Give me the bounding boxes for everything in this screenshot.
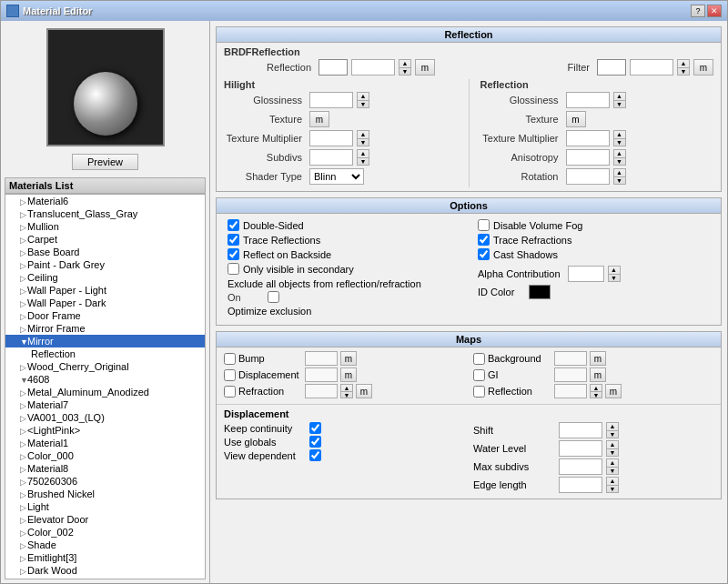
close-button[interactable]: ✕	[707, 5, 722, 17]
id-color-box[interactable]	[529, 285, 551, 299]
on-check[interactable]	[268, 291, 279, 303]
refl-glossiness-input[interactable]: 1.0	[566, 92, 610, 108]
water-level-input[interactable]: 0.0	[559, 440, 602, 457]
double-sided-check[interactable]	[228, 219, 239, 231]
mat-item-24[interactable]: ▷ Brushed Nickel	[5, 488, 205, 500]
bump-check[interactable]	[224, 353, 236, 365]
edge-length-spin[interactable]: ▲▼	[606, 477, 619, 493]
mat-item-16[interactable]: ▷ Metal_Aluminum_Anodized	[5, 386, 205, 398]
subdivs-spin[interactable]: ▲▼	[357, 149, 369, 166]
mat-item-19[interactable]: ▷ <LightPink>	[5, 424, 205, 437]
refraction-value[interactable]: 1.0	[305, 384, 338, 398]
maps-reflection-check[interactable]	[473, 386, 485, 398]
water-level-spin[interactable]: ▲▼	[606, 440, 619, 457]
rotation-spin[interactable]: ▲▼	[613, 168, 626, 185]
mat-item-12[interactable]: ▼ Mirror	[5, 335, 205, 347]
background-m[interactable]: m	[590, 351, 606, 366]
mat-item-25[interactable]: ▷ Light	[5, 500, 205, 513]
filter-color[interactable]	[597, 59, 626, 76]
displacement-check[interactable]	[224, 369, 236, 381]
refl-texmul-spin[interactable]: ▲▼	[613, 130, 626, 146]
hilight-texmul-spin[interactable]: ▲▼	[357, 130, 369, 146]
reflection-m-btn[interactable]: m	[415, 59, 435, 76]
refraction-m[interactable]: m	[356, 384, 372, 398]
shift-spin[interactable]: ▲▼	[606, 422, 619, 438]
mat-item-4[interactable]: ▷ Carpet	[5, 233, 205, 246]
alpha-spin[interactable]: ▲▼	[608, 266, 621, 282]
mat-item-23[interactable]: ▷ 750260306	[5, 475, 205, 488]
hilight-texture-m[interactable]: m	[309, 111, 329, 127]
filter-spin[interactable]: ▲▼	[677, 59, 690, 76]
gi-check[interactable]	[473, 369, 485, 381]
spin-down[interactable]: ▼	[399, 68, 410, 76]
shift-input[interactable]: 0.0	[559, 422, 602, 438]
mat-item-22[interactable]: ▷ Material8	[5, 462, 205, 475]
mat-item-14[interactable]: ▷ Wood_Cherry_Original	[5, 360, 205, 373]
displacement-m[interactable]: m	[340, 368, 357, 382]
spin-up[interactable]: ▲	[678, 60, 689, 68]
refraction-spin[interactable]: ▲▼	[340, 384, 353, 398]
only-visible-check[interactable]	[228, 263, 239, 275]
background-check[interactable]	[473, 353, 485, 365]
spin-up[interactable]: ▲	[399, 60, 410, 68]
mat-item-28[interactable]: ▷ Shade	[5, 539, 205, 551]
bump-m[interactable]: m	[340, 351, 357, 366]
refl-glossiness-spin[interactable]: ▲▼	[613, 92, 626, 108]
edge-length-input[interactable]: 4.0	[559, 477, 602, 493]
mat-item-10[interactable]: ▷ Door Frame	[5, 309, 205, 322]
reflect-backside-check[interactable]	[228, 248, 239, 260]
mat-item-8[interactable]: ▷ Wall Paper - Light	[5, 284, 205, 297]
refl-texture-m[interactable]: m	[566, 111, 586, 127]
mat-item-30[interactable]: ▷ Dark Wood	[5, 564, 205, 577]
rotation-input[interactable]: 0.0	[566, 168, 610, 185]
trace-reflections-check[interactable]	[228, 234, 239, 246]
use-globals-check[interactable]	[309, 436, 321, 448]
maps-reflection-value[interactable]: 1.0	[554, 384, 587, 398]
mat-item-6[interactable]: ▷ Paint - Dark Grey	[5, 258, 205, 271]
gi-value[interactable]: 1.0	[554, 368, 587, 382]
hilight-texmul-input[interactable]: 1.0	[309, 130, 353, 146]
help-button[interactable]: ?	[691, 5, 705, 17]
anisotropy-input[interactable]: 0.0	[566, 149, 610, 166]
background-value[interactable]: 1.0	[554, 351, 587, 366]
reflection-spin[interactable]: ▲▼	[399, 59, 411, 76]
mat-item-27[interactable]: ▷ Color_002	[5, 526, 205, 539]
filter-m-btn[interactable]: m	[693, 59, 713, 76]
mat-item-26[interactable]: ▷ Elevator Door	[5, 513, 205, 526]
max-subdivs-spin[interactable]: ▲▼	[606, 458, 619, 475]
mat-item-5[interactable]: ▷ Base Board	[5, 246, 205, 258]
keep-continuity-check[interactable]	[309, 422, 321, 434]
max-subdivs-input[interactable]: 256	[559, 458, 602, 475]
alpha-value[interactable]: 1.0	[568, 266, 604, 282]
displacement-value[interactable]: 1.0	[305, 368, 338, 382]
disable-fog-check[interactable]	[478, 219, 490, 231]
bump-value[interactable]: 1.0	[305, 351, 338, 366]
subdivs-input[interactable]: 8	[309, 149, 353, 166]
hilight-glossiness-input[interactable]: 1.0	[309, 92, 353, 108]
maps-reflection-m[interactable]: m	[605, 384, 622, 398]
mat-item-21[interactable]: ▷ Color_000	[5, 449, 205, 462]
mat-item-17[interactable]: ▷ Material7	[5, 398, 205, 411]
mat-item-3[interactable]: ▷ Mullion	[5, 220, 205, 233]
mat-item-2[interactable]: ▷ Translucent_Glass_Gray	[5, 207, 205, 220]
spin-down[interactable]: ▼	[678, 68, 689, 76]
view-dependent-check[interactable]	[309, 449, 321, 461]
maps-reflection-spin[interactable]: ▲▼	[590, 384, 602, 398]
mat-item-11[interactable]: ▷ Mirror Frame	[5, 322, 205, 335]
refraction-check[interactable]	[224, 386, 236, 398]
reflection-color[interactable]	[318, 59, 348, 76]
preview-button[interactable]: Preview	[72, 154, 138, 170]
mat-item-9[interactable]: ▷ Wall Paper - Dark	[5, 297, 205, 309]
refl-texmul-input[interactable]: 1.0	[566, 130, 610, 146]
anisotropy-spin[interactable]: ▲▼	[613, 149, 626, 166]
shader-type-select[interactable]: Blinn	[309, 168, 364, 185]
hilight-glossiness-spin[interactable]: ▲▼	[357, 92, 369, 108]
mat-item-20[interactable]: ▷ Material1	[5, 437, 205, 449]
mat-item-7[interactable]: ▷ Ceiling	[5, 271, 205, 284]
mat-item-15[interactable]: ▼ 4608	[5, 373, 205, 386]
mat-item-29[interactable]: ▷ Emitlight[3]	[5, 551, 205, 564]
cast-shadows-check[interactable]	[478, 248, 490, 260]
mat-item-1[interactable]: ▷ Material6	[5, 195, 205, 207]
materials-list[interactable]: ▷ Material6▷ Translucent_Glass_Gray▷ Mul…	[5, 194, 206, 579]
right-panel[interactable]: Reflection BRDFReflection Reflection 1.0…	[210, 21, 727, 583]
